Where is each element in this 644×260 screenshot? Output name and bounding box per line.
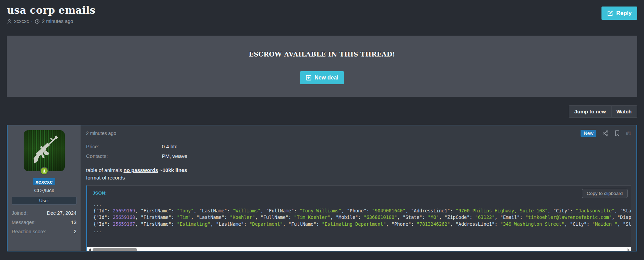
jump-to-new-button[interactable]: Jump to new <box>569 106 611 117</box>
code-token: 25659167 <box>113 221 135 227</box>
scrollbar-thumb[interactable] <box>93 248 137 251</box>
code-token: , "FirstName": <box>135 208 177 213</box>
user-rank-banner: User <box>12 197 76 205</box>
body-text-emphasis: no passwords <box>123 167 158 173</box>
post-message-cell: 2 minutes ago New <box>81 125 636 251</box>
code-language-label: JSON: <box>93 190 107 196</box>
post-number-link[interactable]: #1 <box>626 131 631 136</box>
watch-button[interactable]: Watch <box>611 106 637 117</box>
code-token: "Department" <box>249 221 283 227</box>
code-token: , "Sta <box>615 208 631 213</box>
post-timestamp[interactable]: 2 minutes ago <box>86 131 116 136</box>
code-token: 25659169 <box>113 208 135 213</box>
copy-to-clipboard-button[interactable]: Copy to clipboard <box>582 189 628 198</box>
stat-row-joined: Joined: Dec 27, 2024 <box>12 209 76 218</box>
field-row-price: Price: 0.4 btc <box>86 142 631 151</box>
code-token: , "City": <box>564 221 592 227</box>
code-token: , "FullName": <box>283 221 322 227</box>
code-token: , "Mobile": <box>330 214 364 220</box>
code-token: , "LastName": <box>210 221 249 227</box>
code-token: , "LastName": <box>191 214 230 220</box>
code-block-header: JSON: Copy to clipboard <box>87 186 631 196</box>
code-token: "Estimating" <box>177 221 211 227</box>
code-token: , "City": <box>548 208 575 213</box>
code-token: "Tim" <box>177 214 191 220</box>
code-token: {"Id": <box>93 221 113 227</box>
reply-button[interactable]: Reply <box>601 7 637 20</box>
thread-title: usa corp emails <box>7 4 637 16</box>
body-text-bold: ~10kk lines <box>159 167 187 173</box>
code-token: "63122" <box>475 214 495 220</box>
stat-row-messages: Messages: 13 <box>12 218 76 227</box>
avatar[interactable] <box>24 130 65 171</box>
body-text: table of animals <box>86 167 123 173</box>
code-token: , "St <box>617 221 631 227</box>
code-token: "MO" <box>428 214 439 220</box>
post-body: table of animals no passwords ~10kk line… <box>86 166 631 182</box>
reply-button-label: Reply <box>616 10 632 16</box>
post-1: xcxcxc CD-диск User Joined: Dec 27, 2024… <box>7 125 637 251</box>
field-value: 0.4 btc <box>162 142 177 151</box>
code-token: "9700 Philips Highway, Suite 108" <box>456 208 548 213</box>
new-deal-button[interactable]: New deal <box>300 71 344 84</box>
code-token: , "Disp <box>612 214 631 220</box>
stat-label: Messages: <box>12 218 36 227</box>
code-token: , "ZipCode": <box>439 214 475 220</box>
author-user-icon <box>7 19 12 24</box>
escrow-banner: ESCROW AVAILABLE IN THIS THREAD! New dea… <box>7 36 637 97</box>
post-fields: Price: 0.4 btc Contacts: PM, weave <box>86 142 631 161</box>
code-line: ... <box>93 227 631 234</box>
online-status-icon <box>40 167 48 175</box>
thread-author[interactable]: xcxcxc <box>14 18 29 24</box>
code-token: "timkoehler@lawrencefabric.com" <box>525 214 612 220</box>
code-line: {"Id": 25659168, "FirstName": "Tim", "La… <box>93 214 631 221</box>
code-token: , "Phone": <box>341 208 372 213</box>
post-header: 2 minutes ago New <box>86 130 631 137</box>
horizontal-scrollbar[interactable] <box>87 247 631 251</box>
code-token: "Tony" <box>177 208 194 213</box>
post-user-cell: xcxcxc CD-диск User Joined: Dec 27, 2024… <box>8 125 81 251</box>
body-line-1: table of animals no passwords ~10kk line… <box>86 166 631 174</box>
post-author-username[interactable]: xcxcxc <box>33 178 55 185</box>
code-token: , "FullName": <box>255 214 294 220</box>
code-token: , "Email": <box>495 214 525 220</box>
field-row-contacts: Contacts: PM, weave <box>86 151 631 161</box>
bookmark-icon[interactable] <box>615 130 620 136</box>
code-token: , "LastName": <box>194 208 233 213</box>
stat-label: Joined: <box>12 209 28 218</box>
new-deal-button-label: New deal <box>314 75 338 81</box>
thread-page: usa corp emails xcxcxc · 2 minutes ago <box>0 0 644 260</box>
scrollbar-right-arrow-icon[interactable] <box>626 247 631 251</box>
stat-label: Reaction score: <box>12 227 46 236</box>
code-token: , "AddressLine1": <box>450 221 500 227</box>
code-token: {"Id": <box>93 214 113 220</box>
thread-meta: xcxcxc · 2 minutes ago <box>7 18 637 24</box>
code-token: "Maiden " <box>592 221 617 227</box>
stat-value: 2 <box>74 227 76 236</box>
scrollbar-track[interactable] <box>92 247 626 251</box>
stat-value: 13 <box>71 218 76 227</box>
code-token: , "FirstName": <box>135 221 177 227</box>
escrow-banner-text: ESCROW AVAILABLE IN THIS THREAD! <box>249 51 395 58</box>
body-line-2: format of records <box>86 174 631 182</box>
thread-timestamp[interactable]: 2 minutes ago <box>42 18 73 24</box>
scrollbar-left-arrow-icon[interactable] <box>87 247 92 251</box>
code-token: "Tim Koehler" <box>294 214 330 220</box>
code-token: , "AddressLine1": <box>405 208 455 213</box>
user-custom-title: CD-диск <box>8 187 81 193</box>
code-token: "Estimating Department" <box>322 221 386 227</box>
code-token: "Tony Williams" <box>300 208 342 213</box>
code-lines: ...{"Id": 25659169, "FirstName": "Tony",… <box>87 201 631 234</box>
field-label: Contacts: <box>86 151 162 161</box>
code-line: ... <box>93 201 631 208</box>
meta-separator: · <box>31 18 33 24</box>
share-icon[interactable] <box>602 130 609 137</box>
code-token: , "Phone": <box>386 221 416 227</box>
stat-value: Dec 27, 2024 <box>47 209 76 218</box>
code-token: ... <box>93 228 102 233</box>
code-token: "7813246262" <box>417 221 450 227</box>
code-token: "Williams" <box>232 208 260 213</box>
code-line: {"Id": 25659167, "FirstName": "Estimatin… <box>93 221 631 228</box>
thread-header: usa corp emails xcxcxc · 2 minutes ago <box>0 0 644 24</box>
json-code-block: JSON: Copy to clipboard ...{"Id": 256591… <box>86 185 631 251</box>
